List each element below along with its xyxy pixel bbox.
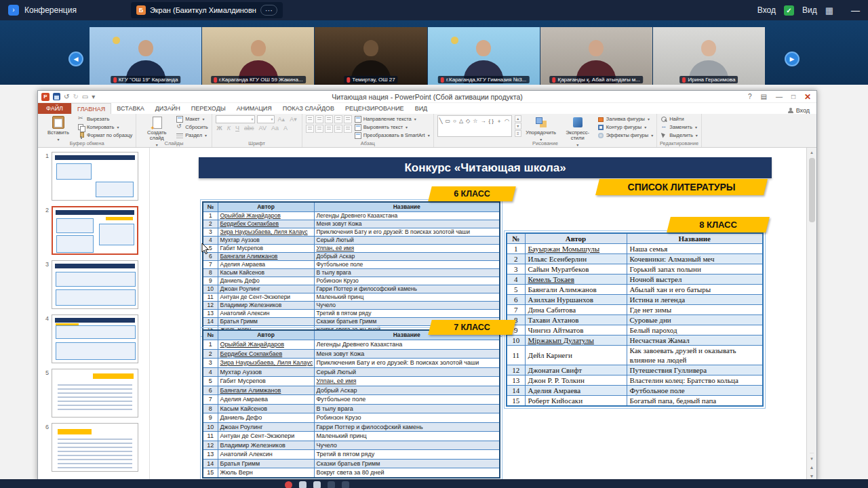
minimize-window-button[interactable]: —: [851, 5, 860, 16]
slide-thumbnail-5[interactable]: 5: [42, 369, 149, 418]
participant-video[interactable]: г.Караганда,КГУ Гимназия №3...: [428, 27, 540, 85]
slide-scrollbar[interactable]: ▴ ▾ ▲ ▼: [806, 148, 816, 481]
align-right-icon[interactable]: [325, 125, 333, 133]
italic-button[interactable]: К: [226, 125, 232, 131]
previous-slide-button[interactable]: ▲: [810, 463, 814, 472]
shape-arrow-icon[interactable]: →: [480, 117, 486, 126]
change-case-button[interactable]: Aa: [270, 125, 280, 131]
font-color-button[interactable]: А: [282, 125, 289, 131]
slide-thumbnail-4[interactable]: 4: [42, 314, 149, 363]
participant-video[interactable]: Қарағанды қ. Абай атындағы м...: [540, 27, 652, 85]
redo-icon[interactable]: ↻: [73, 93, 78, 100]
shrink-font-icon[interactable]: A▾: [288, 116, 298, 123]
slide-thumbnail-1[interactable]: 1: [42, 152, 149, 201]
participant-video[interactable]: Ирина Герасимова: [653, 27, 765, 85]
shape-outline-button[interactable]: Контур фигуры▾: [597, 123, 654, 131]
tab-animations[interactable]: АНИМАЦИЯ: [231, 103, 277, 114]
shapes-scroll-up-icon[interactable]: ▴: [515, 115, 521, 122]
strikethrough-button[interactable]: abc: [243, 125, 256, 131]
paste-button[interactable]: Вставить▾: [41, 115, 75, 142]
bullets-icon[interactable]: [306, 115, 314, 123]
screen-share-control-icon[interactable]: [328, 481, 335, 488]
layout-grid-icon[interactable]: ▦: [825, 5, 833, 16]
prev-participants-button[interactable]: ◀: [68, 52, 83, 66]
view-button[interactable]: Вид: [802, 5, 817, 15]
tab-more-icon[interactable]: ⋯: [260, 5, 277, 16]
reset-button[interactable]: Сбросить: [176, 123, 208, 131]
numbering-icon[interactable]: [315, 115, 323, 123]
font-name-box[interactable]: [216, 115, 255, 123]
shape-diamond-icon[interactable]: ◇: [466, 117, 470, 126]
tab-view[interactable]: ВИД: [410, 103, 433, 114]
find-button[interactable]: Найти: [660, 115, 698, 123]
shape-line-icon[interactable]: ╲: [439, 117, 443, 126]
ppt-minimize-button[interactable]: —: [776, 93, 783, 100]
shape-effects-button[interactable]: Эффекты фигуры▾: [597, 131, 654, 139]
justify-icon[interactable]: [334, 125, 342, 133]
camera-icon[interactable]: [299, 481, 307, 488]
shape-arc-icon[interactable]: ◠: [505, 117, 509, 126]
signin-button[interactable]: Вход: [788, 107, 810, 114]
participant-video[interactable]: КГУ "ОШ 19" Караганда: [90, 27, 201, 85]
ribbon-options-button[interactable]: ▤: [760, 93, 766, 100]
grow-font-icon[interactable]: A▴: [277, 116, 287, 123]
align-center-icon[interactable]: [315, 125, 323, 133]
screen-share-tab[interactable]: Б Экран (Бакиткул Хималдиновн ⋯: [131, 2, 283, 18]
tab-file[interactable]: ФАЙЛ: [38, 103, 71, 114]
help-button[interactable]: ?: [748, 93, 752, 100]
mic-icon[interactable]: [313, 481, 321, 488]
section-button[interactable]: Раздел▾: [176, 131, 208, 139]
layout-button[interactable]: Макет▾: [176, 115, 208, 123]
participant-video[interactable]: г.Караганда КГУ ОШ 59 Жакина...: [202, 27, 314, 85]
slide-thumbnail-2-selected[interactable]: 2: [42, 206, 149, 255]
slide-thumbnail-3[interactable]: 3: [42, 260, 149, 309]
shape-plus-icon[interactable]: ＋: [496, 117, 502, 126]
replace-button[interactable]: Заменить▾: [660, 123, 698, 131]
indent-decrease-icon[interactable]: [325, 115, 333, 123]
smartart-button[interactable]: Преобразовать в SmartArt▾: [355, 131, 430, 139]
tab-transitions[interactable]: ПЕРЕХОДЫ: [186, 103, 231, 114]
slide-canvas[interactable]: Конкурс «Читающая школа» СПИСОК ЛИТЕРАТУ…: [150, 148, 806, 481]
indent-increase-icon[interactable]: [334, 115, 342, 123]
cut-button[interactable]: Вырезать: [78, 115, 132, 123]
more-controls-icon[interactable]: [342, 481, 349, 488]
customize-qat-icon[interactable]: ▾: [92, 93, 95, 100]
shape-star-icon[interactable]: ☆: [473, 117, 477, 126]
format-painter-button[interactable]: Формат по образцу: [78, 131, 132, 139]
underline-button[interactable]: Ч: [234, 125, 241, 131]
login-button[interactable]: Вход: [757, 5, 776, 15]
tab-home[interactable]: ГЛАВНАЯ: [71, 103, 111, 114]
tab-slideshow[interactable]: ПОКАЗ СЛАЙДОВ: [277, 103, 340, 114]
ppt-close-button[interactable]: ✕: [804, 92, 811, 102]
align-text-button[interactable]: Выровнять текст▾: [355, 123, 430, 131]
columns-icon[interactable]: [344, 125, 352, 133]
shape-triangle-icon[interactable]: △: [459, 117, 463, 126]
tab-insert[interactable]: ВСТАВКА: [111, 103, 149, 114]
save-icon[interactable]: [53, 93, 60, 100]
undo-icon[interactable]: ↺: [64, 93, 69, 100]
select-button[interactable]: Выделить▾: [660, 131, 698, 139]
arrange-button[interactable]: Упорядочить▾: [524, 115, 558, 142]
shape-fill-button[interactable]: Заливка фигуры▾: [597, 115, 654, 123]
copy-button[interactable]: Копировать▾: [78, 123, 132, 131]
align-left-icon[interactable]: [306, 125, 314, 133]
tab-review[interactable]: РЕЦЕНЗИРОВАНИЕ: [340, 103, 410, 114]
font-size-box[interactable]: [257, 115, 275, 123]
shapes-more-icon[interactable]: ≡: [515, 130, 521, 137]
record-icon[interactable]: [285, 481, 292, 488]
text-direction-button[interactable]: Направление текста▾: [355, 115, 430, 123]
scroll-up-icon[interactable]: ▴: [810, 148, 813, 157]
shape-oval-icon[interactable]: ○: [453, 117, 456, 126]
next-participants-button[interactable]: ▶: [785, 52, 800, 66]
shape-rectangle-icon[interactable]: ▭: [446, 117, 451, 126]
shape-bracket-icon[interactable]: { }: [488, 117, 494, 126]
slide-thumbnail-6[interactable]: 6: [42, 423, 149, 472]
ppt-restore-button[interactable]: □: [791, 93, 795, 100]
line-spacing-icon[interactable]: [344, 115, 352, 123]
bold-button[interactable]: Ж: [216, 125, 224, 131]
tab-design[interactable]: ДИЗАЙН: [150, 103, 186, 114]
start-slideshow-icon[interactable]: ▭: [82, 93, 88, 100]
scroll-down-icon[interactable]: ▾: [810, 454, 813, 463]
shapes-gallery[interactable]: ╲ ▭ ○ △ ◇ ☆ → { } ＋ ◠: [437, 115, 512, 137]
participant-video[interactable]: Темиртау, ОШ 27: [315, 27, 427, 85]
